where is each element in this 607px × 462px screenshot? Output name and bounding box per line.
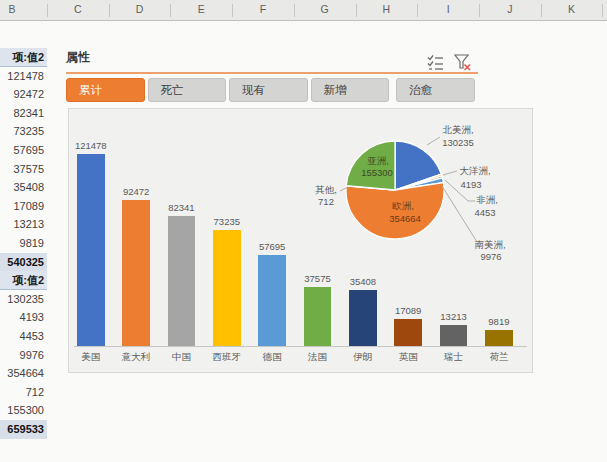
- clear-filter-icon[interactable]: [453, 53, 472, 72]
- pivot-value-cell[interactable]: 37575: [0, 160, 47, 179]
- column-header[interactable]: H: [383, 3, 391, 15]
- pie-label: 9976: [480, 251, 501, 262]
- column-divider: [232, 4, 233, 17]
- pivot-total-cell[interactable]: 659533: [0, 420, 47, 439]
- pivot-value-cell[interactable]: 73235: [0, 122, 47, 141]
- pivot-value-cell[interactable]: 9819: [0, 234, 47, 253]
- column-header[interactable]: E: [198, 3, 205, 15]
- pivot-value-cell[interactable]: 155300: [0, 401, 47, 420]
- column-header[interactable]: G: [321, 3, 329, 15]
- pivot-chart-area[interactable]: 1214789247282341732355769537575354081708…: [68, 108, 533, 373]
- slicer-button-1[interactable]: 累计: [66, 78, 145, 102]
- pie-label: 712: [318, 196, 334, 207]
- pie-label: 大洋洲,: [459, 165, 490, 176]
- pivot-value-cell[interactable]: 121478: [0, 67, 47, 86]
- column-divider: [109, 4, 110, 17]
- slicer-button-3[interactable]: 现有: [229, 78, 308, 102]
- multi-select-icon[interactable]: [426, 53, 445, 72]
- column-divider: [417, 4, 418, 17]
- pivot-value-cell[interactable]: 13213: [0, 215, 47, 234]
- pie-label: 非洲,: [476, 194, 498, 205]
- slicer-title: 属性: [66, 49, 90, 66]
- pie-label: 南美洲,: [474, 239, 505, 250]
- pie-label-leader-line: [443, 171, 457, 175]
- pie-label: 4453: [474, 207, 495, 218]
- spreadsheet: BCDEFGHIJK 项:值21214789247282341732355769…: [0, 0, 607, 462]
- pivot-value-cell[interactable]: 130235: [0, 290, 47, 309]
- pie-label: 354664: [389, 213, 421, 224]
- column-divider: [294, 4, 295, 17]
- pivot-total-cell[interactable]: 540325: [0, 253, 47, 272]
- pie-label: 4193: [460, 179, 481, 190]
- column-divider: [47, 4, 48, 17]
- pivot-value-cell[interactable]: 57695: [0, 141, 47, 160]
- pie-label: 欧洲,: [392, 200, 414, 211]
- slicer-button-5[interactable]: 治愈: [396, 78, 475, 102]
- pivot-value-cell[interactable]: 17089: [0, 197, 47, 216]
- column-header[interactable]: D: [136, 3, 144, 15]
- column-header[interactable]: C: [74, 3, 82, 15]
- pie-label: 其他,: [315, 184, 337, 195]
- column-divider: [541, 4, 542, 17]
- pivot-header-cell[interactable]: 项:值2: [0, 271, 47, 290]
- column-divider: [479, 4, 480, 17]
- pie-label-leader-line: [427, 137, 440, 145]
- slicer-button-2[interactable]: 死亡: [148, 78, 227, 102]
- pivot-value-cell[interactable]: 35408: [0, 178, 47, 197]
- column-header[interactable]: I: [447, 3, 450, 15]
- pie-chart: 北美洲,130235大洋洲,4193非洲,4453南美洲,9976欧洲,3546…: [69, 109, 532, 372]
- pivot-value-cell[interactable]: 354664: [0, 364, 47, 383]
- pie-label: 130235: [442, 137, 474, 148]
- pie-label: 亚洲,: [367, 155, 389, 166]
- pivot-value-cell[interactable]: 4453: [0, 327, 47, 346]
- pivot-value-cell[interactable]: 4193: [0, 308, 47, 327]
- column-header[interactable]: B: [8, 3, 15, 15]
- pivot-value-cell[interactable]: 92472: [0, 85, 47, 104]
- pie-label: 北美洲,: [442, 124, 473, 135]
- column-divider: [170, 4, 171, 17]
- pie-label: 155300: [361, 167, 393, 178]
- pivot-header-cell[interactable]: 项:值2: [0, 48, 47, 67]
- column-divider: [602, 4, 603, 17]
- column-header[interactable]: K: [568, 3, 575, 15]
- column-divider: [356, 4, 357, 17]
- pivot-value-cell[interactable]: 82341: [0, 104, 47, 123]
- pivot-value-cell[interactable]: 712: [0, 383, 47, 402]
- slicer-button-4[interactable]: 新增: [311, 78, 390, 102]
- column-header[interactable]: J: [507, 3, 512, 15]
- slicer-title-underline: [66, 72, 478, 74]
- column-header[interactable]: F: [260, 3, 266, 15]
- pivot-value-cell[interactable]: 9976: [0, 346, 47, 365]
- column-header-row: BCDEFGHIJK: [0, 0, 607, 21]
